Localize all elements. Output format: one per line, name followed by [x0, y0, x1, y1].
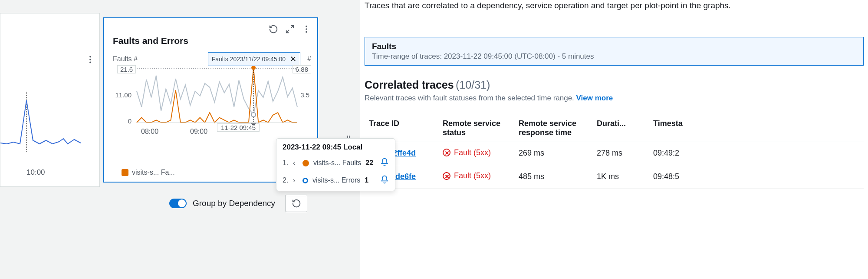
col-status[interactable]: Remote service status	[438, 115, 514, 142]
card-actions	[269, 24, 311, 34]
cell-duration: 1K ms	[592, 165, 649, 189]
intro-text: Traces that are correlated to a dependen…	[365, 0, 864, 22]
left-axis-title: Faults #	[113, 55, 138, 63]
refresh-icon[interactable]	[269, 24, 278, 34]
svg-point-0	[89, 56, 91, 58]
xtick-a: 08:00	[141, 128, 158, 136]
cell-duration: 278 ms	[592, 142, 649, 165]
cell-timestamp: 09:48:5	[649, 165, 864, 189]
cell-response: 269 ms	[514, 142, 592, 165]
status-text: Fault (5xx)	[454, 148, 491, 157]
svg-point-8	[306, 31, 307, 33]
right-panel: Traces that are correlated to a dependen…	[360, 0, 868, 279]
tooltip-title: 2023-11-22 09:45 Local	[276, 143, 395, 154]
legend: visits-s... Fa...	[122, 169, 175, 176]
fault-icon	[443, 149, 450, 156]
tooltip-row[interactable]: 2. › visits-s... Errors 1	[276, 172, 395, 189]
table-row: ...f3687de6fe Fault (5xx) 485 ms 1K ms 0…	[365, 165, 864, 189]
group-by-toggle[interactable]	[169, 199, 187, 208]
status-text: Fault (5xx)	[454, 171, 491, 180]
col-timestamp[interactable]: Timesta	[649, 115, 864, 142]
info-title: Faults	[372, 42, 856, 51]
section-subtitle: Relevant traces with fault statuses from…	[365, 94, 864, 103]
tooltip-index: 2.	[283, 176, 289, 184]
fault-icon	[443, 172, 450, 180]
svg-point-13	[251, 113, 256, 117]
mini-chart-card: 10:00	[0, 13, 100, 187]
legend-label: visits-s... Fa...	[132, 169, 175, 176]
series-dot-icon	[302, 160, 309, 166]
divider-line	[365, 22, 864, 22]
card-title: Faults and Errors	[113, 36, 188, 46]
tooltip-series-name: visits-s... Faults	[313, 159, 361, 167]
section-count: (10/31)	[456, 79, 490, 91]
svg-point-12	[251, 66, 256, 70]
group-by-label: Group by Dependency	[193, 199, 275, 208]
selection-chip[interactable]: Faults 2023/11/22 09:45:00 ✕	[208, 52, 300, 66]
section-title: Correlated traces	[365, 79, 454, 91]
legend-swatch	[122, 169, 128, 176]
tooltip-index: 1.	[283, 159, 289, 167]
info-subtitle: Time-range of traces: 2023-11-22 09:45:0…	[372, 52, 856, 61]
cell-timestamp: 09:49:2	[649, 142, 864, 165]
chevron-right-icon: ›	[293, 176, 298, 184]
tooltip-value: 22	[365, 159, 373, 167]
chevron-left-icon: ‹	[293, 159, 298, 167]
col-duration[interactable]: Durati...	[592, 115, 649, 142]
kebab-icon[interactable]	[302, 24, 311, 34]
chart-svg	[113, 66, 312, 125]
traces-table: Trace ID Remote service status Remote se…	[365, 115, 864, 189]
svg-line-4	[291, 26, 293, 28]
svg-line-5	[286, 30, 289, 33]
bell-icon[interactable]	[380, 158, 389, 168]
left-panel: 10:00 Faults and Errors Faults # Faults …	[0, 0, 339, 279]
chip-label: Faults 2023/11/22 09:45:00	[212, 56, 286, 63]
cell-response: 485 ms	[514, 165, 592, 189]
table-row: ...40092ffe4d Fault (5xx) 269 ms 278 ms …	[365, 142, 864, 165]
group-by-row: Group by Dependency	[169, 195, 307, 212]
svg-point-1	[89, 59, 91, 60]
status-badge: Fault (5xx)	[443, 148, 491, 157]
col-trace-id[interactable]: Trace ID	[365, 115, 438, 142]
svg-point-6	[306, 26, 307, 27]
refresh-button[interactable]	[286, 195, 307, 212]
section-header: Correlated traces (10/31)	[365, 79, 864, 91]
svg-point-2	[89, 62, 91, 63]
tooltip-value: 1	[365, 176, 368, 184]
svg-point-7	[306, 28, 307, 30]
bell-icon[interactable]	[380, 175, 389, 186]
status-badge: Fault (5xx)	[443, 171, 491, 180]
mini-xtick: 10:00	[26, 168, 45, 177]
xtick-b: 09:00	[190, 128, 207, 136]
close-icon[interactable]: ✕	[290, 54, 296, 64]
view-more-link[interactable]: View more	[576, 94, 613, 102]
info-box: Faults Time-range of traces: 2023-11-22 …	[365, 37, 864, 66]
chart-tooltip: 2023-11-22 09:45 Local 1. ‹ visits-s... …	[276, 138, 395, 191]
tooltip-series-name: visits-s... Errors	[312, 176, 360, 184]
section-sub-text: Relevant traces with fault statuses from…	[365, 94, 576, 102]
series-ring-icon	[302, 178, 308, 183]
expand-icon[interactable]	[285, 24, 295, 34]
col-response-time[interactable]: Remote service response time	[514, 115, 592, 142]
tooltip-row[interactable]: 1. ‹ visits-s... Faults 22	[276, 154, 395, 172]
mini-line-chart	[0, 92, 87, 161]
right-axis-title: #	[307, 55, 311, 63]
kebab-icon[interactable]	[85, 55, 95, 64]
